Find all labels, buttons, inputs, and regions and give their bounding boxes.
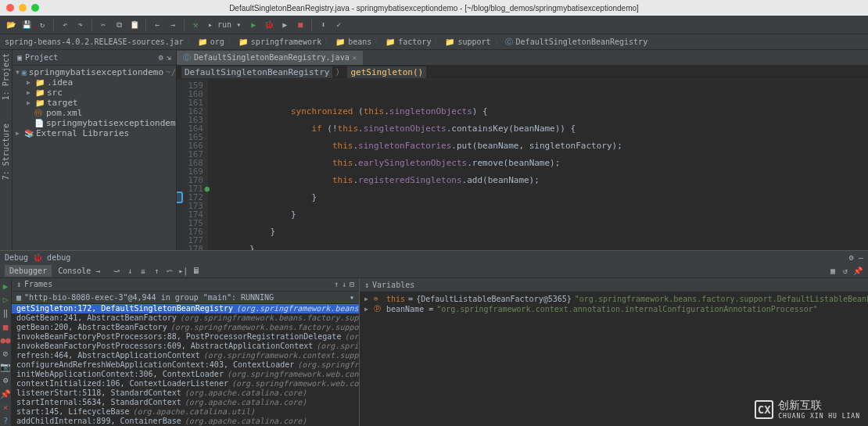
debug-button[interactable]: 🐞: [263, 19, 275, 31]
frame-row[interactable]: contextInitialized:106, ContextLoaderLis…: [12, 379, 359, 388]
view-breakpoints-button[interactable]: ●●: [0, 335, 11, 345]
next-frame-icon[interactable]: ↓: [342, 280, 346, 288]
stop-button[interactable]: ■: [294, 19, 307, 31]
tree-item[interactable]: ⓜpom.xml: [16, 108, 173, 118]
refresh-icon[interactable]: ↻: [36, 19, 48, 31]
thread-selector[interactable]: ▦"http-bio-8080-exec-3"@4,944 in group "…: [12, 292, 359, 304]
minimize-panel-icon[interactable]: —: [859, 253, 863, 262]
tree-item[interactable]: ▶📁.idea: [16, 77, 173, 88]
open-icon[interactable]: 📂: [5, 19, 17, 31]
gutter[interactable]: 159160161162163164165166167168169170171 …: [177, 80, 208, 250]
code-area[interactable]: 159160161162163164165166167168169170171 …: [177, 80, 868, 250]
frame-row[interactable]: doGetBean:241, AbstractBeanFactory (org.…: [12, 313, 359, 323]
tree-external-libs[interactable]: ▶📚External Libraries: [16, 128, 173, 138]
frame-row[interactable]: invokeBeanFactoryPostProcessors:88, Post…: [12, 332, 359, 342]
frames-menu-icon[interactable]: ⊟: [350, 280, 354, 288]
breadcrumbs: spring-beans-4.0.2.RELEASE-sources.jar〉 …: [0, 34, 868, 50]
copy-icon[interactable]: ⧉: [113, 19, 125, 31]
frame-row[interactable]: start:145, LifecycleBase (org.apache.cat…: [12, 407, 359, 417]
evaluate-icon[interactable]: 🖩: [191, 266, 202, 277]
frame-row[interactable]: initWebApplicationContext:306, ContextLo…: [12, 370, 359, 379]
code-body[interactable]: synchronized (this.singletonObjects) { i…: [208, 80, 868, 250]
frame-row[interactable]: getSingleton:172, DefaultSingletonBeanRe…: [12, 304, 359, 313]
crumb[interactable]: springframework: [251, 38, 321, 46]
crumb[interactable]: support: [457, 38, 490, 46]
crumb[interactable]: beans: [348, 38, 371, 46]
tree-item[interactable]: ▶📁target: [16, 98, 173, 108]
crumb[interactable]: factory: [398, 38, 431, 46]
project-tree[interactable]: ▼▣springmybatisexceptiondemo ~/blog/blog…: [13, 66, 176, 140]
step-over-icon[interactable]: ⤻: [111, 266, 122, 277]
frame-row[interactable]: invokeBeanFactoryPostProcessors:609, Abs…: [12, 342, 359, 351]
frames-list[interactable]: getSingleton:172, DefaultSingletonBeanRe…: [12, 304, 359, 426]
step-out-icon[interactable]: ↑: [151, 266, 162, 277]
project-panel-header: ▣Project ⚙ ⇲: [13, 50, 176, 66]
panel-settings-icon[interactable]: ⚙: [159, 53, 163, 62]
bc-class[interactable]: DefaultSingletonBeanRegistry: [181, 66, 332, 78]
var-beanname[interactable]: ▶ⓟbeanName = "org.springframework.contex…: [364, 304, 868, 314]
run-to-cursor-icon[interactable]: ▸|: [178, 266, 188, 277]
help-button[interactable]: ?: [0, 416, 11, 426]
console-tab[interactable]: Console →: [53, 265, 105, 277]
tree-item[interactable]: ▶📁src: [16, 88, 173, 98]
crumb[interactable]: org: [210, 38, 224, 46]
resume-button[interactable]: ▷: [0, 295, 11, 305]
frame-row[interactable]: refresh:464, AbstractApplicationContext …: [12, 351, 359, 360]
restore-layout-icon[interactable]: ↺: [840, 266, 851, 277]
debug-label: Debug: [5, 253, 28, 262]
frame-row[interactable]: listenerStart:5118, StandardContext (org…: [12, 388, 359, 398]
tree-item[interactable]: 📄springmybatisexceptiondemo.iml: [16, 118, 173, 128]
bc-method[interactable]: getSingleton(): [347, 66, 426, 78]
frame-row[interactable]: addChildInternal:899, ContainerBase (org…: [12, 417, 359, 426]
close-button[interactable]: ×: [0, 403, 11, 413]
pin-icon[interactable]: 📌: [852, 266, 863, 277]
pause-button[interactable]: ‖: [0, 308, 11, 318]
forward-icon[interactable]: →: [167, 19, 179, 31]
window-controls: [6, 4, 39, 12]
tree-root[interactable]: ▼▣springmybatisexceptiondemo ~/blog/blog…: [16, 67, 173, 77]
coverage-icon[interactable]: ▶: [278, 19, 291, 31]
window-title: DefaultSingletonBeanRegistry.java - spri…: [229, 4, 639, 13]
frame-row[interactable]: configureAndRefreshWebApplicationContext…: [12, 360, 359, 370]
frame-row[interactable]: startInternal:5634, StandardContext (org…: [12, 398, 359, 407]
redo-icon[interactable]: ↷: [74, 19, 87, 31]
build-icon[interactable]: ⚒: [189, 19, 202, 31]
project-tool-tab[interactable]: 1: Project: [2, 53, 10, 100]
run-button[interactable]: ▶: [247, 19, 260, 31]
settings-button[interactable]: ⚙: [0, 375, 11, 385]
close-tab-icon[interactable]: ×: [353, 54, 357, 62]
maximize-window-button[interactable]: [31, 4, 39, 12]
mute-breakpoints-button[interactable]: ⊘: [0, 349, 11, 359]
crumb-jar[interactable]: spring-beans-4.0.2.RELEASE-sources.jar: [5, 38, 184, 46]
drop-frame-icon[interactable]: ⤺: [164, 266, 175, 277]
step-into-icon[interactable]: ↓: [124, 266, 135, 277]
undo-icon[interactable]: ↶: [59, 19, 71, 31]
cut-icon[interactable]: ✂: [97, 19, 109, 31]
vcs-icon[interactable]: ⬇: [317, 19, 329, 31]
prev-frame-icon[interactable]: ↑: [334, 280, 339, 288]
panel-collapse-icon[interactable]: ⇲: [167, 53, 171, 62]
debugger-tab[interactable]: Debugger: [5, 265, 52, 277]
debug-config-name[interactable]: debug: [47, 253, 70, 262]
minimize-window-button[interactable]: [19, 4, 27, 12]
rerun-button[interactable]: ▶: [0, 281, 11, 292]
debug-toolwindow-header: Debug 🐞debug ⚙ —: [0, 250, 868, 264]
var-this[interactable]: ▶⊜this = {DefaultListableBeanFactory@536…: [364, 294, 868, 304]
back-icon[interactable]: ←: [151, 19, 163, 31]
stop-debug-button[interactable]: ■: [0, 322, 11, 332]
editor-tab[interactable]: ⒸDefaultSingletonBeanRegistry.java×: [177, 51, 363, 65]
layout-icon[interactable]: ▦: [827, 266, 838, 277]
frame-row[interactable]: getBean:200, AbstractBeanFactory (org.sp…: [12, 323, 359, 332]
paste-icon[interactable]: 📋: [128, 19, 141, 31]
save-icon[interactable]: 💾: [20, 19, 33, 31]
variables-tree[interactable]: ▶⊜this = {DefaultListableBeanFactory@536…: [360, 292, 868, 316]
close-window-button[interactable]: [6, 4, 14, 12]
crumb-class[interactable]: DefaultSingletonBeanRegistry: [516, 38, 648, 46]
vcs-commit-icon[interactable]: ✓: [332, 19, 345, 31]
structure-tool-tab[interactable]: 7: Structure: [2, 124, 10, 180]
settings-icon[interactable]: ⚙: [849, 253, 854, 262]
force-step-into-icon[interactable]: ⇊: [138, 266, 149, 277]
run-config-selector[interactable]: ▸ run ▾: [205, 20, 244, 29]
pin-button[interactable]: 📌: [0, 389, 11, 399]
get-thread-dump-button[interactable]: 📷: [0, 362, 11, 372]
